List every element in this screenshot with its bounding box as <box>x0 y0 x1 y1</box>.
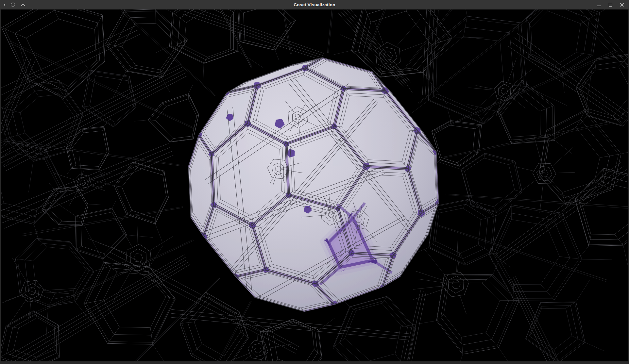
minimize-button[interactable] <box>596 2 602 8</box>
titlebar: Coset Visualization <box>0 0 629 10</box>
app-window: Coset Visualization <box>0 0 629 364</box>
titlebar-controls <box>596 0 624 9</box>
close-button[interactable] <box>619 2 624 8</box>
menu-dot-icon[interactable] <box>4 4 5 6</box>
maximize-button[interactable] <box>608 2 613 8</box>
circle-icon[interactable] <box>11 3 15 7</box>
window-title: Coset Visualization <box>294 2 335 7</box>
viewport-3d[interactable] <box>1 9 628 361</box>
minimize-icon <box>597 6 601 6</box>
maximize-icon <box>609 3 612 7</box>
titlebar-left-icons <box>4 0 26 9</box>
chevron-up-icon[interactable] <box>21 3 26 7</box>
close-icon <box>620 3 624 7</box>
